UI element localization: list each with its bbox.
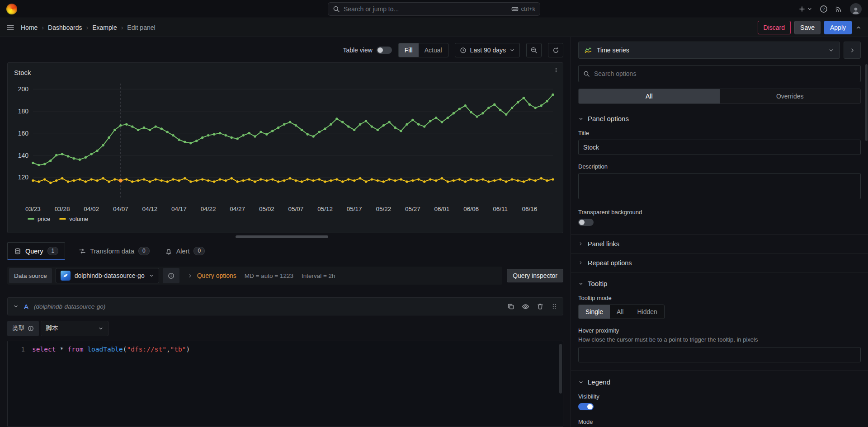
svg-text:04/17: 04/17 [171,206,187,212]
query-inspector-button[interactable]: Query inspector [507,269,563,282]
svg-text:06/06: 06/06 [463,206,479,212]
breadcrumb-dashboards[interactable]: Dashboards [48,24,82,31]
datasource-group: Data source dolphindb-datasource-go [7,267,502,285]
time-range-picker[interactable]: Last 90 days [455,43,520,57]
tooltip-mode-all[interactable]: All [610,305,631,319]
visualization-picker[interactable]: Time series [578,42,840,59]
scrollbar-thumb[interactable] [236,235,328,238]
code-line[interactable]: select * from loadTable("dfs://st","tb") [32,341,190,427]
dolphindb-logo-icon [61,271,71,281]
apply-button[interactable]: Apply [824,21,852,34]
news-button[interactable] [835,5,843,13]
grafana-logo-icon[interactable] [6,4,17,14]
legend-header[interactable]: Legend [578,371,861,389]
svg-text:?: ? [822,6,825,11]
tab-query[interactable]: Query 1 [7,242,65,260]
tooltip-mode-group: Single All Hidden [578,305,665,319]
chevron-up-icon[interactable] [855,24,862,31]
transparent-background-toggle[interactable] [578,219,594,226]
options-search[interactable] [578,65,861,82]
repeat-options-section[interactable]: Repeat options [571,253,868,272]
legend-item-volume[interactable]: volume [59,216,88,222]
time-series-chart[interactable]: 12014016018020003/2303/2804/0204/0704/12… [14,79,557,215]
zoom-out-button[interactable] [526,43,542,57]
transparent-background-label: Transparent background [578,209,861,216]
save-button[interactable]: Save [794,21,821,34]
refresh-button[interactable] [548,43,563,57]
chevron-down-icon[interactable] [13,304,19,309]
table-view-toggle[interactable] [377,47,392,54]
chevron-down-icon [578,380,584,385]
new-button[interactable] [798,5,812,13]
svg-text:04/12: 04/12 [142,206,158,212]
query-count-badge: 1 [47,247,59,255]
panel-description-input[interactable] [578,173,861,199]
hide-query-icon[interactable] [522,303,529,310]
global-search[interactable]: ctrl+k [328,2,540,16]
tab-alert[interactable]: Alert 0 [163,242,207,260]
tab-overrides[interactable]: Overrides [720,89,861,103]
menu-icon[interactable] [6,23,14,32]
duplicate-query-icon[interactable] [507,303,514,310]
query-row-a[interactable]: A (dolphindb-datasource-go) [7,297,563,315]
tooltip-section: Tooltip Tooltip mode Single All Hidden H… [571,272,868,362]
grafana-app: ctrl+k ? Home › Dashboards › [0,0,868,427]
search-icon [583,70,590,77]
legend-mode-label: Mode [578,418,861,425]
query-datasource-hint: (dolphindb-datasource-go) [34,303,105,310]
breadcrumb-example[interactable]: Example [92,24,117,31]
hover-proximity-input[interactable] [578,347,861,362]
svg-text:05/02: 05/02 [259,206,274,212]
svg-text:04/02: 04/02 [84,206,99,212]
tab-all[interactable]: All [579,89,720,103]
chevron-right-icon [578,260,583,265]
datasource-help-button[interactable] [163,268,179,283]
code-editor[interactable]: 1 select * from loadTable("dfs://st","tb… [7,341,563,427]
legend-label: price [38,216,50,222]
tooltip-header[interactable]: Tooltip [578,272,861,291]
breadcrumb-home[interactable]: Home [21,24,38,31]
options-search-input[interactable] [594,70,856,77]
tooltip-mode-single[interactable]: Single [579,305,610,319]
fill-option[interactable]: Fill [399,43,419,57]
panel-menu-icon[interactable] [553,66,559,75]
options-scrollbar-thumb[interactable] [865,64,868,141]
tooltip-mode-hidden[interactable]: Hidden [630,305,664,319]
table-view-label: Table view [343,47,372,54]
timeseries-viz-icon [584,47,592,54]
legend-visibility-toggle[interactable] [578,403,594,410]
help-button[interactable]: ? [820,5,828,13]
svg-text:04/22: 04/22 [201,206,216,212]
info-icon[interactable] [28,325,34,332]
horizontal-scrollbar [7,234,563,239]
hover-proximity-description: How close the cursor must be to a point … [578,336,861,343]
panel-options-header[interactable]: Panel options [578,108,861,126]
panel-links-section[interactable]: Panel links [571,234,868,253]
breadcrumb-separator: › [42,24,44,31]
global-search-input[interactable] [344,5,508,13]
page-toolbar: Home › Dashboards › Example › Edit panel… [0,18,868,37]
panel-title-input[interactable] [578,140,861,155]
chevron-down-icon [578,116,584,122]
delete-query-icon[interactable] [537,303,544,310]
script-type-select[interactable]: 脚本 [41,321,108,336]
tab-transform-data[interactable]: Transform data 0 [77,242,151,260]
editor-scrollbar-thumb[interactable] [559,344,562,394]
plus-icon [798,5,806,13]
user-avatar[interactable] [850,3,862,15]
tab-label: Transform data [90,248,134,255]
query-options-section[interactable]: Query options MD = auto = 1223 Interval … [183,268,500,283]
discard-button[interactable]: Discard [758,21,791,34]
main-content: Table view Fill Actual Last 90 days [0,37,868,427]
query-ref-id[interactable]: A [24,303,28,310]
transparent-background-field: Transparent background [578,209,861,226]
collapse-options-pane-button[interactable] [844,42,861,59]
svg-text:05/12: 05/12 [317,206,333,212]
legend-item-price[interactable]: price [28,216,50,222]
svg-text:04/27: 04/27 [230,206,245,212]
datasource-picker[interactable]: dolphindb-datasource-go [56,268,159,283]
panel-title[interactable]: Stock [14,69,31,76]
actual-option[interactable]: Actual [419,43,448,57]
drag-handle-icon[interactable] [551,303,557,310]
script-type-value: 脚本 [46,324,58,333]
